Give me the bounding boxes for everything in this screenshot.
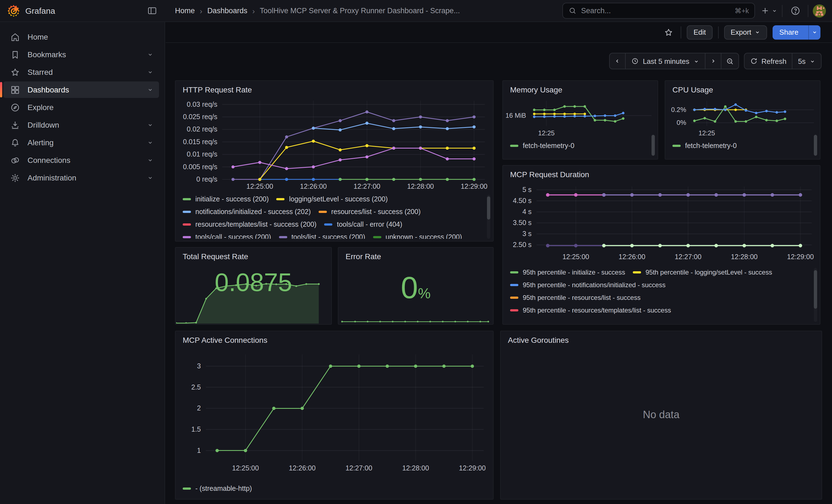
legend-item[interactable]: notifications/initialized - success (202… <box>183 207 311 216</box>
memory-usage-chart[interactable]: 12:2516 MiB <box>503 94 658 137</box>
legend-item[interactable]: resources/list - success (200) <box>319 207 421 216</box>
error-rate-sparkline[interactable] <box>339 316 494 323</box>
legend-item[interactable]: resources/templates/list - success (200) <box>183 220 316 229</box>
legend-scrollbar-thumb[interactable] <box>651 135 655 156</box>
svg-text:5 s: 5 s <box>522 186 531 193</box>
panel-total-request-rate: Total Request Rate 0.0875 <box>175 247 332 325</box>
chevron-down-icon[interactable] <box>147 69 154 75</box>
sidebar-item-connections[interactable]: Connections <box>3 152 159 168</box>
legend-label: tools/call - error (404) <box>337 220 402 229</box>
svg-text:12:26:00: 12:26:00 <box>619 253 645 261</box>
dock-menu-toggle-icon[interactable] <box>144 3 160 19</box>
breadcrumb-separator: › <box>252 6 255 15</box>
favorite-star-icon[interactable] <box>662 25 675 39</box>
legend-label: 95th percentile - notifications/initiali… <box>523 281 666 289</box>
time-range-picker[interactable]: Last 5 minutes <box>625 53 705 69</box>
legend-item[interactable]: initialize - success (200) <box>183 195 269 204</box>
svg-text:12:27:00: 12:27:00 <box>354 182 380 190</box>
share-button[interactable]: Share <box>773 25 821 39</box>
legend-item[interactable]: 95th percentile - resources/templates/li… <box>510 306 671 315</box>
panel-title[interactable]: HTTP Request Rate <box>176 81 493 96</box>
svg-text:3 s: 3 s <box>522 230 531 237</box>
legend-item[interactable]: - (streamable-http) <box>183 484 252 493</box>
sidebar-item-bookmarks[interactable]: Bookmarks <box>3 46 159 63</box>
legend-item[interactable]: 95th percentile - resources/list - succe… <box>510 293 641 302</box>
legend-scrollbar-thumb[interactable] <box>814 135 817 156</box>
legend-swatch <box>277 198 285 201</box>
export-button[interactable]: Export <box>724 25 767 39</box>
legend-item[interactable]: logging/setLevel - success (200) <box>277 195 388 204</box>
svg-text:0.025 req/s: 0.025 req/s <box>183 113 217 121</box>
svg-text:12:28:00: 12:28:00 <box>407 182 434 190</box>
grafana-app: Grafana Home›Dashboards›ToolHive MCP Ser… <box>0 0 832 504</box>
legend-item[interactable]: 95th percentile - initialize - success <box>510 268 625 277</box>
legend-scrollbar-thumb[interactable] <box>487 196 490 219</box>
share-menu-caret[interactable] <box>808 25 821 39</box>
sidebar-item-home[interactable]: Home <box>3 29 159 45</box>
legend-item[interactable]: tools/call - success (200) <box>183 233 271 239</box>
brand-name: Grafana <box>25 6 55 16</box>
legend: fetch-telemetry-0 <box>510 141 649 156</box>
legend-swatch <box>183 487 191 490</box>
chevron-down-icon[interactable] <box>147 175 154 181</box>
svg-text:12:25:00: 12:25:00 <box>562 253 589 261</box>
chevron-down-icon <box>812 29 818 35</box>
refresh-button[interactable]: Refresh <box>744 53 792 69</box>
legend-item[interactable]: fetch-telemetry-0 <box>510 141 574 150</box>
edit-button[interactable]: Edit <box>687 25 712 39</box>
legend-item[interactable]: tools/list - success (200) <box>279 233 365 239</box>
panel-title[interactable]: Total Request Rate <box>176 247 331 263</box>
zoom-out-time-button[interactable] <box>721 53 738 69</box>
refresh-group: Refresh 5s <box>744 53 822 69</box>
breadcrumb-item[interactable]: Home <box>175 7 195 15</box>
add-button[interactable] <box>760 2 778 19</box>
sidebar-item-label: Dashboards <box>27 85 140 94</box>
legend-item[interactable]: tools/call - error (404) <box>324 220 402 229</box>
panel-error-rate: Error Rate 0% <box>338 247 494 325</box>
grafana-logo-icon[interactable] <box>8 5 20 17</box>
legend-swatch <box>633 271 641 274</box>
time-shift-forward-button[interactable] <box>705 53 721 69</box>
svg-text:12:29:00: 12:29:00 <box>459 464 486 472</box>
http-request-rate-chart[interactable]: 12:25:0012:26:0012:27:0012:28:0012:29:00… <box>176 96 494 194</box>
connections-icon <box>10 155 20 165</box>
breadcrumb-item[interactable]: Dashboards <box>207 7 248 15</box>
top-navigation: Grafana Home›Dashboards›ToolHive MCP Ser… <box>0 0 832 22</box>
svg-text:3.50 s: 3.50 s <box>513 219 531 227</box>
panel-active-goroutines: Active Goroutines No data <box>500 331 822 500</box>
chevron-down-icon[interactable] <box>147 122 154 128</box>
time-shift-back-button[interactable] <box>610 53 625 69</box>
panel-title[interactable]: MCP Request Duration <box>503 166 820 181</box>
panel-title[interactable]: Active Goroutines <box>501 331 822 347</box>
refresh-interval-picker[interactable]: 5s <box>792 53 821 69</box>
sidebar-item-starred[interactable]: Starred <box>3 64 159 80</box>
sidebar-item-administration[interactable]: Administration <box>3 169 159 186</box>
sidebar-item-explore[interactable]: Explore <box>3 99 159 115</box>
chevron-down-icon[interactable] <box>147 86 154 93</box>
cpu-usage-chart[interactable]: 12:250.2%0% <box>666 94 821 137</box>
legend-swatch <box>183 211 191 213</box>
panel-title[interactable]: Error Rate <box>338 247 493 263</box>
legend-scrollbar-thumb[interactable] <box>814 270 817 309</box>
divider <box>782 5 782 17</box>
sidebar-item-alerting[interactable]: Alerting <box>3 134 159 151</box>
user-avatar[interactable] <box>813 4 826 17</box>
mcp-active-connections-chart[interactable]: 12:25:0012:26:0012:27:0012:28:0012:29:00… <box>176 348 494 480</box>
svg-text:12:26:00: 12:26:00 <box>300 182 327 190</box>
sidebar-item-drilldown[interactable]: Drilldown <box>3 117 159 133</box>
panel-title[interactable]: MCP Active Connections <box>176 331 493 347</box>
legend-item[interactable]: fetch-telemetry-0 <box>672 141 737 150</box>
chevron-down-icon[interactable] <box>147 51 154 58</box>
compass-icon <box>10 102 20 112</box>
search-input[interactable]: Search... ⌘+k <box>562 3 755 19</box>
legend-item[interactable]: 95th percentile - notifications/initiali… <box>510 281 666 289</box>
help-icon[interactable] <box>787 2 803 19</box>
apps-icon <box>10 84 20 95</box>
zoom-out-icon <box>726 57 734 65</box>
mcp-request-duration-chart[interactable]: 12:25:0012:26:0012:27:0012:28:0012:29:00… <box>503 181 821 265</box>
legend-item[interactable]: unknown - success (200) <box>373 233 462 239</box>
chevron-down-icon[interactable] <box>147 139 154 146</box>
sidebar-item-dashboards[interactable]: Dashboards <box>3 81 159 98</box>
chevron-down-icon[interactable] <box>147 157 154 163</box>
legend-item[interactable]: 95th percentile - logging/setLevel - suc… <box>633 268 772 277</box>
